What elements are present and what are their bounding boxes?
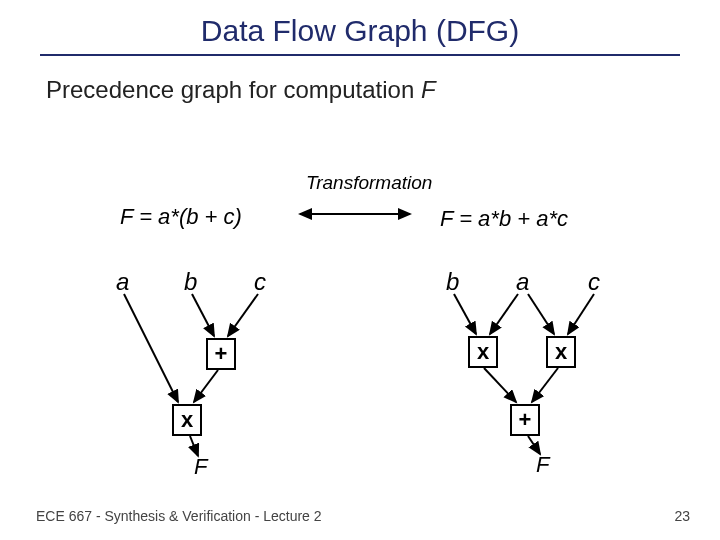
transformation-label: Transformation — [306, 172, 432, 194]
subtitle: Precedence graph for computation F — [46, 76, 720, 104]
subtitle-var: F — [421, 76, 436, 103]
svg-line-4 — [124, 294, 178, 402]
svg-line-5 — [194, 370, 218, 402]
right-op-times2: x — [546, 336, 576, 368]
right-input-b: b — [446, 268, 459, 296]
left-output: F — [194, 454, 207, 480]
svg-line-12 — [532, 368, 558, 402]
subtitle-text: Precedence graph for computation — [46, 76, 421, 103]
left-input-a: a — [116, 268, 129, 296]
right-op-plus: + — [510, 404, 540, 436]
right-input-c: c — [588, 268, 600, 296]
left-op-times: x — [172, 404, 202, 436]
equation-right: F = a*b + a*c — [440, 206, 568, 232]
right-input-a: a — [516, 268, 529, 296]
page-title: Data Flow Graph (DFG) — [0, 0, 720, 48]
svg-line-9 — [528, 294, 554, 334]
svg-line-8 — [490, 294, 518, 334]
svg-line-10 — [568, 294, 594, 334]
title-divider — [40, 54, 680, 56]
svg-line-3 — [228, 294, 258, 336]
left-input-b: b — [184, 268, 197, 296]
svg-line-2 — [192, 294, 214, 336]
footer-right: 23 — [674, 508, 690, 524]
right-output: F — [536, 452, 549, 478]
svg-line-7 — [454, 294, 476, 334]
left-op-plus: + — [206, 338, 236, 370]
svg-line-11 — [484, 368, 516, 402]
svg-line-6 — [190, 436, 198, 456]
equation-left: F = a*(b + c) — [120, 204, 242, 230]
footer-left: ECE 667 - Synthesis & Verification - Lec… — [36, 508, 322, 524]
left-input-c: c — [254, 268, 266, 296]
right-op-times1: x — [468, 336, 498, 368]
